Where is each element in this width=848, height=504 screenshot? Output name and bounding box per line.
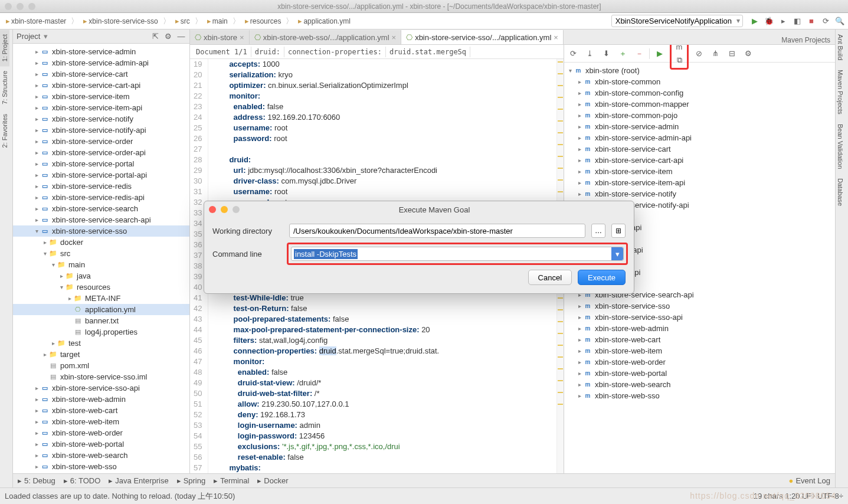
bottom-tool-tab[interactable]: ▸Spring <box>177 476 206 485</box>
right-stripe-tab[interactable]: Ant Build <box>836 30 845 65</box>
command-line-input[interactable]: install -DskipTests ▾ <box>291 247 624 261</box>
tree-row[interactable]: ▸📁test <box>13 338 189 349</box>
maven-tree-row[interactable]: ▸mxbin-store-web-admin <box>564 323 835 334</box>
editor-tab[interactable]: ⎔xbin-store-web-sso/.../application.yml× <box>250 30 401 44</box>
maven-projects-label[interactable]: Maven Projects <box>777 36 835 44</box>
bottom-tool-tab[interactable]: ▸Java Enterprise <box>109 476 168 485</box>
maven-tree-row[interactable]: ▸mxbin-store-web-item <box>564 345 835 356</box>
right-stripe-tab[interactable]: Database <box>836 174 845 211</box>
tree-row[interactable]: ▸▭xbin-store-service-item <box>13 91 189 102</box>
stop-icon[interactable]: ■ <box>807 17 816 26</box>
bottom-tool-tab[interactable]: ▸Terminal <box>214 476 249 485</box>
run-config-selector[interactable]: XbinStoreServiceNotifyApplication <box>611 15 743 27</box>
chevron-down-icon[interactable]: ▾ <box>611 247 623 260</box>
tree-row[interactable]: ▸▭xbin-store-web-portal <box>13 438 189 450</box>
tree-row[interactable]: ▸▭xbin-store-service-notify-api <box>13 125 189 136</box>
maven-tree-row[interactable]: ▸mxbin-store-web-cart <box>564 334 835 345</box>
maven-tree-row[interactable]: ▸mxbin-store-service-notify <box>564 188 835 199</box>
browse-button[interactable]: … <box>591 224 605 238</box>
maven-tree-row[interactable]: ▸mxbin-store-common <box>564 76 835 87</box>
traffic-lights[interactable] <box>5 3 35 10</box>
crumb-item[interactable]: Document 1/1 <box>192 47 251 57</box>
maven-tree-row[interactable]: ▸mxbin-store-service-admin <box>564 121 835 132</box>
skip-tests-icon[interactable]: ⊘ <box>692 47 705 60</box>
tree-row[interactable]: ▸▭xbin-store-service-redis <box>13 181 189 192</box>
maven-tree-row[interactable]: ▸mxbin-store-service-admin-api <box>564 132 835 143</box>
working-directory-input[interactable] <box>289 224 585 238</box>
project-tree[interactable]: ▸▭xbin-store-service-admin▸▭xbin-store-s… <box>13 44 189 487</box>
breadcrumb-item[interactable]: ▸ xbin-store-master <box>4 15 68 27</box>
tree-row[interactable]: ▸▭xbin-store-service-search-api <box>13 214 189 225</box>
tree-row[interactable]: ▸▭xbin-store-service-redis-api <box>13 192 189 203</box>
download-icon[interactable]: ⬇ <box>600 47 613 60</box>
tree-row[interactable]: ▸📁java <box>13 270 189 282</box>
tree-row[interactable]: ▸▭xbin-store-web-sso <box>13 461 189 472</box>
maven-tree-row[interactable]: ▸mxbin-store-web-sso <box>564 390 835 401</box>
tree-row[interactable]: ▸▭xbin-store-web-admin <box>13 394 189 405</box>
search-icon[interactable]: 🔍 <box>835 17 844 26</box>
close-icon[interactable]: × <box>240 33 244 42</box>
show-deps-icon[interactable]: ⋔ <box>709 47 722 60</box>
maven-tree-row[interactable]: ▸mxbin-store-web-portal <box>564 368 835 379</box>
tree-row[interactable]: ▸▭xbin-store-web-cart <box>13 405 189 416</box>
execute-button[interactable]: Execute <box>578 270 626 285</box>
editor-tab[interactable]: ⎔xbin-store-service-sso/.../application.… <box>401 30 564 44</box>
remove-icon[interactable]: － <box>633 47 646 60</box>
tree-row[interactable]: ▾📁src <box>13 248 189 259</box>
gear-icon[interactable]: ⚙ <box>163 32 173 41</box>
run-icon[interactable]: ▶ <box>750 17 759 26</box>
add-icon[interactable]: ＋ <box>616 47 629 60</box>
tree-row[interactable]: ▸▭xbin-store-service-admin-api <box>13 57 189 68</box>
tree-row[interactable]: ▾▭xbin-store-service-sso <box>13 225 189 237</box>
maven-tree-row[interactable]: ▸mxbin-store-common-pojo <box>564 110 835 121</box>
collapse-all-icon[interactable]: ⊟ <box>725 47 738 60</box>
insert-macro-button[interactable]: ⊞ <box>611 224 626 238</box>
crumb-item[interactable]: connection-properties: <box>284 47 386 57</box>
profile-icon[interactable]: ◧ <box>793 17 802 26</box>
vcs-icon[interactable]: ⟳ <box>821 17 830 26</box>
reimport-icon[interactable]: ⟳ <box>567 47 579 60</box>
editor-crumb-bar[interactable]: Document 1/1druid:connection-properties:… <box>190 45 564 59</box>
maven-tree-row[interactable]: ▸mxbin-store-service-item <box>564 166 835 177</box>
tree-row[interactable]: ▸▭xbin-store-web-search <box>13 450 189 461</box>
tree-row[interactable]: ▤xbin-store-service-sso.iml <box>13 371 189 382</box>
close-icon[interactable]: × <box>392 33 397 42</box>
breadcrumb-item[interactable]: ▸ xbin-store-service-sso <box>81 15 160 27</box>
execute-goal-icon[interactable]: m <box>673 45 686 54</box>
breadcrumb-item[interactable]: ▸ main <box>205 15 230 27</box>
tree-row[interactable]: ▸▭xbin-store-service-notify <box>13 113 189 125</box>
right-stripe-tab[interactable]: Maven Projects <box>836 65 845 119</box>
settings-icon[interactable]: ⚙ <box>742 47 755 60</box>
collapse-icon[interactable]: ⇱ <box>150 32 160 41</box>
breadcrumb-item[interactable]: ▸ resources <box>243 15 284 27</box>
left-stripe-tab[interactable]: 2: Favorites <box>0 109 9 152</box>
tree-row[interactable]: ⎔application.yml <box>13 304 189 315</box>
editor-tab[interactable]: ⎔xbin-store× <box>190 30 250 44</box>
tree-row[interactable]: ▸▭xbin-store-service-portal <box>13 158 189 169</box>
dialog-traffic-lights[interactable] <box>209 206 240 213</box>
tree-row[interactable]: ▤log4j.properties <box>13 326 189 338</box>
tree-row[interactable]: ▸▭xbin-store-web-order <box>13 427 189 438</box>
tree-row[interactable]: ▸▭xbin-store-service-sso-api <box>13 382 189 394</box>
hide-icon[interactable]: — <box>176 32 186 41</box>
tree-row[interactable]: ▸📁META-INF <box>13 293 189 304</box>
maven-tree-row[interactable]: ▸mxbin-store-service-item-api <box>564 177 835 188</box>
close-icon[interactable]: × <box>554 33 558 42</box>
tree-row[interactable]: ▤pom.xml <box>13 360 189 371</box>
tree-row[interactable]: ▸📁docker <box>13 237 189 248</box>
tree-row[interactable]: ▾📁resources <box>13 282 189 293</box>
maven-tree-row[interactable]: ▸mxbin-store-web-order <box>564 356 835 368</box>
left-stripe-tab[interactable]: 1: Project <box>0 30 9 66</box>
bottom-tool-tab[interactable]: ▸6: TODO <box>64 476 101 485</box>
maven-tree-row[interactable]: ▸mxbin-store-common-mapper <box>564 99 835 110</box>
debug-icon[interactable]: 🐞 <box>764 17 774 26</box>
bottom-tool-tab[interactable]: ▸Docker <box>257 476 288 485</box>
maven-tree-row[interactable]: ▸mxbin-store-service-cart-api <box>564 155 835 166</box>
generate-sources-icon[interactable]: ⤓ <box>583 47 596 60</box>
maven-tree-row[interactable]: ▾mxbin-store (root) <box>564 65 835 76</box>
crumb-item[interactable]: druid: <box>251 47 284 57</box>
tree-row[interactable]: ▸▭xbin-store-service-portal-api <box>13 169 189 181</box>
cancel-button[interactable]: Cancel <box>528 270 572 285</box>
tree-row[interactable]: ▸▭xbin-store-service-cart-api <box>13 80 189 91</box>
breadcrumb-item[interactable]: ▸ src <box>173 15 192 27</box>
